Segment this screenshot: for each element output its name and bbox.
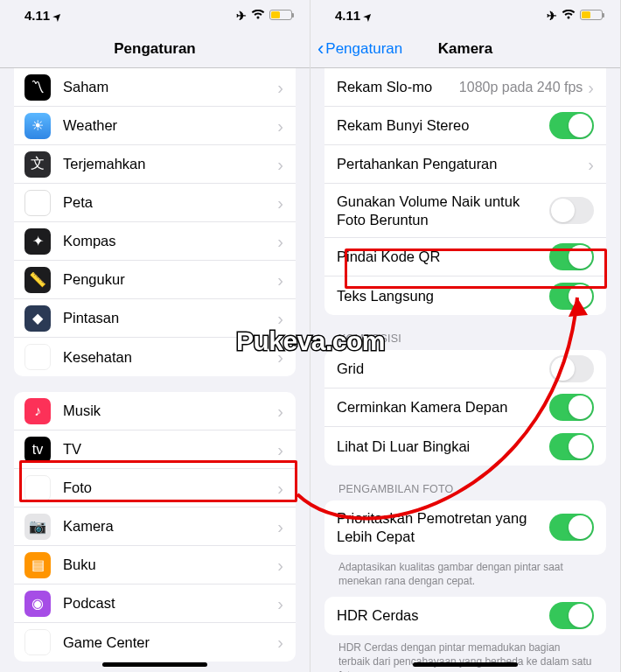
home-indicator[interactable] (413, 662, 518, 667)
settings-row-foto[interactable]: ✿Foto› (14, 469, 296, 508)
camera-settings-list[interactable]: Rekam Slo-mo1080p pada 240 fps›Rekam Bun… (310, 68, 620, 672)
peta-icon: 🗺 (24, 190, 51, 216)
chevron-right-icon: › (277, 402, 283, 420)
chevron-right-icon: › (277, 194, 283, 212)
kompas-icon: ✦ (24, 228, 51, 255)
settings-row-kompas[interactable]: ✦Kompas› (14, 222, 296, 261)
chevron-right-icon: › (588, 79, 594, 96)
settings-row-pindai-qr[interactable]: Pindai Kode QR (324, 238, 606, 276)
chevron-right-icon: › (277, 634, 283, 651)
chevron-left-icon: ‹ (317, 39, 324, 59)
settings-row-grid[interactable]: Grid (324, 350, 606, 388)
row-label: HDR Cerdas (337, 607, 549, 624)
chevron-right-icon: › (277, 79, 283, 96)
section-footer-hdr: HDR Cerdas dengan pintar memadukan bagia… (338, 640, 592, 672)
settings-row-podcast[interactable]: ◉Podcast› (14, 584, 296, 623)
chevron-right-icon: › (277, 156, 283, 173)
toggle-teks-langsung[interactable] (549, 283, 594, 310)
toggle-rekam-bunyi-stereo[interactable] (549, 112, 594, 139)
settings-row-pengukur[interactable]: 📏Pengukur› (14, 261, 296, 299)
settings-row-teks-langsung[interactable]: Teks Langsung (324, 276, 606, 315)
battery-icon (269, 10, 292, 20)
settings-row-prioritaskan[interactable]: Prioritaskan Pemotretan yang Lebih Cepat (324, 500, 606, 554)
toggle-grid[interactable] (549, 355, 594, 382)
page-title: Kamera (438, 40, 492, 58)
row-label: Peta (63, 194, 277, 211)
battery-icon (580, 10, 603, 20)
status-bar: 4.11 (0, 0, 310, 30)
settings-row-musik[interactable]: ♪Musik› (14, 392, 296, 430)
wifi-icon (251, 10, 265, 20)
buku-icon: ▤ (24, 552, 51, 578)
row-label: Prioritaskan Pemotretan yang Lebih Cepat (337, 506, 549, 549)
settings-row-kesehatan[interactable]: ❤Kesehatan› (14, 338, 296, 376)
settings-row-gunakan-volume[interactable]: Gunakan Volume Naik untuk Foto Beruntun (324, 184, 606, 238)
row-label: Terjemahkan (63, 156, 277, 172)
settings-root: 4.11 Pengaturan 〽Saham›☀Weather›文Terjema… (0, 0, 310, 672)
weather-icon: ☀ (24, 113, 51, 139)
back-button[interactable]: ‹ Pengaturan (317, 39, 402, 59)
status-time: 4.11 (335, 8, 360, 23)
row-label: Musik (63, 402, 277, 419)
row-label: Saham (63, 79, 277, 95)
chevron-right-icon: › (277, 556, 283, 574)
section-footer-pengambilan: Adaptasikan kualitas gambar dengan pinta… (338, 560, 592, 588)
settings-row-pertahankan-pengaturan[interactable]: Pertahankan Pengaturan› (324, 145, 606, 184)
settings-row-weather[interactable]: ☀Weather› (14, 107, 296, 145)
row-label: Cerminkan Kamera Depan (337, 399, 549, 416)
camera-settings: 4.11 ‹ Pengaturan Kamera Rekam Slo-mo108… (310, 0, 621, 672)
group-hdr: HDR Cerdas (324, 597, 606, 635)
settings-row-rekam-slomo[interactable]: Rekam Slo-mo1080p pada 240 fps› (324, 68, 606, 107)
settings-row-buku[interactable]: ▤Buku› (14, 546, 296, 584)
settings-row-saham[interactable]: 〽Saham› (14, 68, 296, 107)
settings-row-lihat-luar-bingkai[interactable]: Lihat Di Luar Bingkai (324, 427, 606, 466)
row-label: Kamera (63, 518, 277, 535)
chevron-right-icon: › (277, 271, 283, 289)
settings-row-tv[interactable]: tvTV› (14, 430, 296, 469)
section-header-komposisi: KOMPOSISI (338, 332, 592, 345)
group-apps-1: 〽Saham›☀Weather›文Terjemahkan›🗺Peta›✦Komp… (14, 68, 296, 376)
home-indicator[interactable] (102, 662, 207, 667)
row-label: Podcast (63, 595, 277, 612)
row-label: Game Center (63, 634, 277, 651)
settings-row-hdr-cerdas[interactable]: HDR Cerdas (324, 597, 606, 635)
settings-list[interactable]: 〽Saham›☀Weather›文Terjemahkan›🗺Peta›✦Komp… (0, 68, 310, 672)
row-label: Kompas (63, 233, 277, 249)
row-label: TV (63, 441, 277, 458)
row-label: Teks Langsung (337, 288, 549, 304)
settings-row-terjemahkan[interactable]: 文Terjemahkan› (14, 145, 296, 184)
row-label: Foto (63, 480, 277, 496)
settings-row-pintasan[interactable]: ◆Pintasan› (14, 299, 296, 338)
location-icon (364, 8, 372, 23)
gamecenter-icon: ● (24, 629, 51, 655)
settings-row-kamera[interactable]: 📷Kamera› (14, 508, 296, 546)
airplane-mode-icon (236, 8, 247, 23)
row-label: Pindai Kode QR (337, 248, 549, 265)
nav-header: Pengaturan (0, 30, 310, 68)
settings-row-rekam-bunyi-stereo[interactable]: Rekam Bunyi Stereo (324, 107, 606, 145)
toggle-hdr-cerdas[interactable] (549, 602, 594, 629)
settings-row-peta[interactable]: 🗺Peta› (14, 184, 296, 222)
toggle-lihat-luar-bingkai[interactable] (549, 433, 594, 460)
settings-row-gamecenter[interactable]: ●Game Center› (14, 623, 296, 662)
status-bar: 4.11 (310, 0, 620, 30)
toggle-prioritaskan[interactable] (549, 514, 594, 541)
chevron-right-icon: › (277, 348, 283, 366)
row-label: Gunakan Volume Naik untuk Foto Beruntun (337, 189, 549, 232)
group-main: Rekam Slo-mo1080p pada 240 fps›Rekam Bun… (324, 68, 606, 315)
group-apps-2: ♪Musik›tvTV›✿Foto›📷Kamera›▤Buku›◉Podcast… (14, 392, 296, 662)
toggle-cerminkan[interactable] (549, 394, 594, 421)
row-label: Rekam Bunyi Stereo (337, 117, 549, 134)
chevron-right-icon: › (277, 233, 283, 250)
row-label: Rekam Slo-mo (337, 79, 459, 95)
chevron-right-icon: › (277, 117, 283, 135)
toggle-gunakan-volume[interactable] (549, 197, 594, 224)
location-icon (53, 8, 61, 23)
section-header-pengambilan: PENGAMBILAN FOTO (338, 483, 592, 495)
row-label: Buku (63, 556, 277, 573)
podcast-icon: ◉ (24, 591, 51, 617)
page-title: Pengaturan (114, 40, 196, 58)
settings-row-cerminkan[interactable]: Cerminkan Kamera Depan (324, 388, 606, 427)
chevron-right-icon: › (277, 441, 283, 458)
toggle-pindai-qr[interactable] (549, 243, 594, 270)
